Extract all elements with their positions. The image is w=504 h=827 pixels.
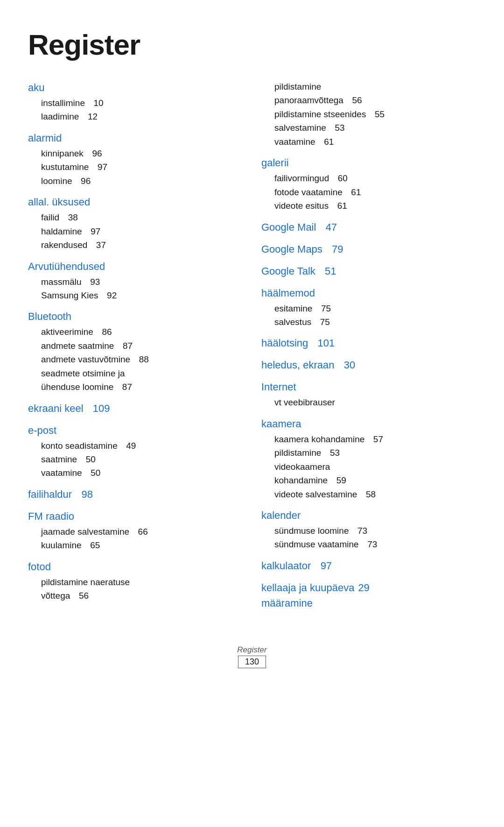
index-heading: FM raadio (28, 509, 243, 524)
index-section: Arvutiühendusedmassmälu 93Samsung Kies 9… (28, 259, 243, 303)
index-item: kaamera kohandamine 57 (261, 432, 476, 446)
index-item: vaatamine 50 (28, 466, 243, 480)
index-section: alarmidkinnipanek 96kustutamine 97loomin… (28, 130, 243, 188)
index-section: Google Maps 79 (261, 241, 476, 257)
footer: Register 130 (28, 645, 476, 668)
index-heading: kalkulaator 97 (261, 558, 476, 573)
index-heading: häälmemod (261, 285, 476, 301)
index-heading: kaamera (261, 416, 476, 431)
index-item: kuulamine 65 (28, 538, 243, 552)
footer-page: 130 (238, 656, 266, 668)
index-heading: Bluetooth (28, 309, 243, 324)
left-column: akuinstallimine 10laadimine 12alarmidkin… (28, 80, 257, 609)
index-item: salvestus 75 (261, 315, 476, 329)
index-item: sündmuse loomine 73 (261, 524, 476, 537)
index-heading: Google Mail 47 (261, 219, 476, 235)
index-section: häälotsing 101 (261, 335, 476, 351)
index-heading: Google Maps 79 (261, 241, 476, 257)
index-item: laadimine 12 (28, 110, 243, 123)
index-heading: e-post (28, 423, 243, 438)
index-item: vaatamine 61 (261, 135, 476, 148)
index-item: saatmine 50 (28, 452, 243, 466)
index-heading: ekraani keel 109 (28, 401, 243, 416)
index-columns: akuinstallimine 10laadimine 12alarmidkin… (28, 80, 476, 617)
index-heading: Arvutiühendused (28, 259, 243, 274)
index-item: videokaamerakohandamine 59 (261, 460, 476, 488)
index-heading: Internet (261, 379, 476, 395)
index-section: Internetvt veebibrauser (261, 379, 476, 409)
index-item: andmete vastuvõtmine 88 (28, 353, 243, 366)
index-item: jaamade salvestamine 66 (28, 525, 243, 538)
index-item: failivormingud 60 (261, 171, 476, 185)
index-heading: Google Talk 51 (261, 263, 476, 279)
index-item: loomine 96 (28, 174, 243, 188)
index-section: Google Talk 51 (261, 263, 476, 279)
index-item: salvestamine 53 (261, 121, 476, 134)
index-item: videote salvestamine 58 (261, 488, 476, 501)
index-item: konto seadistamine 49 (28, 439, 243, 452)
index-heading: alarmid (28, 130, 243, 146)
index-heading: kalender (261, 508, 476, 523)
index-item: kinnipanek 96 (28, 147, 243, 160)
index-heading: aku (28, 80, 243, 95)
index-heading: galerii (261, 155, 476, 170)
index-heading: häälotsing 101 (261, 335, 476, 351)
index-section: kaamerakaamera kohandamine 57pildistamin… (261, 416, 476, 501)
index-section: kalkulaator 97 (261, 558, 476, 573)
footer-label: Register (28, 645, 476, 655)
right-column: pildistaminepanoraamvõttega 56pildistami… (257, 80, 476, 617)
index-item: kustutamine 97 (28, 160, 243, 174)
index-item: fotode vaatamine 61 (261, 185, 476, 199)
index-item: vt veebibrauser (261, 396, 476, 409)
index-section: e-postkonto seadistamine 49saatmine 50va… (28, 423, 243, 480)
index-item: massmälu 93 (28, 275, 243, 289)
index-item: pildistamine stseenides 55 (261, 107, 476, 121)
index-heading: kellaaja ja kuupäevamääramine 29 (261, 580, 476, 611)
index-section: pildistaminepanoraamvõttega 56pildistami… (261, 80, 476, 148)
index-section: galeriifailivormingud 60fotode vaatamine… (261, 155, 476, 212)
index-heading: heledus, ekraan 30 (261, 357, 476, 373)
index-section: Bluetoothaktiveerimine 86andmete saatmin… (28, 309, 243, 394)
index-item: pildistamine naeratusevõttega 56 (28, 575, 243, 603)
index-section: FM raadiojaamade salvestamine 66kuulamin… (28, 509, 243, 552)
index-item: aktiveerimine 86 (28, 325, 243, 339)
index-item: esitamine 75 (261, 302, 476, 315)
index-item: pildistamine 53 (261, 446, 476, 459)
index-item: andmete saatmine 87 (28, 339, 243, 353)
index-heading: failihaldur 98 (28, 487, 243, 502)
index-item: rakendused 37 (28, 238, 243, 252)
index-section: failihaldur 98 (28, 487, 243, 502)
page-title: Register (28, 28, 476, 61)
index-item: installimine 10 (28, 96, 243, 110)
index-heading: fotod (28, 559, 243, 574)
index-section: kellaaja ja kuupäevamääramine 29 (261, 580, 476, 611)
index-section: kalendersündmuse loomine 73sündmuse vaat… (261, 508, 476, 551)
index-item: sündmuse vaatamine 73 (261, 537, 476, 551)
index-item: pildistaminepanoraamvõttega 56 (261, 80, 476, 107)
index-item: haldamine 97 (28, 225, 243, 238)
index-section: allal. üksusedfailid 38haldamine 97raken… (28, 194, 243, 252)
index-item: failid 38 (28, 211, 243, 224)
index-section: ekraani keel 109 (28, 401, 243, 416)
index-section: fotodpildistamine naeratusevõttega 56 (28, 559, 243, 603)
index-section: akuinstallimine 10laadimine 12 (28, 80, 243, 124)
index-item: seadmete otsimine jaühenduse loomine 87 (28, 367, 243, 394)
index-item: Samsung Kies 92 (28, 289, 243, 302)
index-section: Google Mail 47 (261, 219, 476, 235)
index-heading: allal. üksused (28, 194, 243, 210)
index-item: videote esitus 61 (261, 199, 476, 212)
index-section: heledus, ekraan 30 (261, 357, 476, 373)
index-section: häälmemodesitamine 75salvestus 75 (261, 285, 476, 329)
